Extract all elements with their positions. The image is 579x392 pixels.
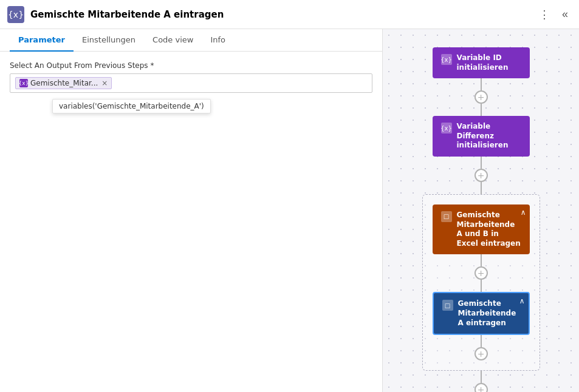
connector-5	[481, 254, 482, 266]
add-step-4-button[interactable]: +	[475, 347, 488, 360]
flow-container: {x} Variable IDinitialisieren + {x} Vari…	[422, 47, 540, 392]
tooltip-text: variables('Gemischte_Mitarbeitende_A')	[59, 102, 204, 110]
header-icon-label: {x}	[8, 10, 24, 19]
connector-4	[481, 182, 482, 194]
main-layout: Parameter Einstellungen Code view Info S…	[0, 29, 579, 392]
connector-1	[481, 78, 482, 90]
node-label-variable-differenz: Variable Differenzinitialisieren	[457, 122, 521, 150]
tag-item: {x} Gemischte_Mitar... ×	[15, 77, 112, 89]
variable-id-icon: {x}	[441, 54, 452, 65]
connector-7	[481, 335, 482, 347]
panel-content: Select An Output From Previous Steps * {…	[0, 52, 382, 392]
node-box-variable-id[interactable]: {x} Variable IDinitialisieren	[433, 47, 530, 78]
collapse-a-button[interactable]: ∧	[519, 297, 525, 305]
tab-info[interactable]: Info	[202, 29, 234, 52]
tag-remove-button[interactable]: ×	[101, 79, 108, 87]
collapse-ab-button[interactable]: ∧	[521, 208, 526, 217]
add-step-2-button[interactable]: +	[475, 169, 488, 182]
tooltip: variables('Gemischte_Mitarbeitende_A')	[52, 99, 211, 113]
tab-code-view[interactable]: Code view	[144, 29, 202, 52]
node-box-gemischte-ab[interactable]: □ Gemischte Mitarbeitende A und B in Exc…	[433, 204, 530, 254]
gemischte-ab-icon: □	[441, 211, 452, 222]
add-step-5-button[interactable]: +	[475, 383, 488, 392]
tag-input[interactable]: {x} Gemischte_Mitar... ×	[10, 73, 372, 93]
flow-node-variable-differenz: {x} Variable Differenzinitialisieren +	[433, 116, 530, 194]
node-label-variable-id: Variable IDinitialisieren	[457, 53, 521, 72]
flow-node-gemischte-a: □ Gemischte Mitarbeitende A eintragen ∧ …	[433, 292, 530, 360]
tag-text: Gemischte_Mitar...	[30, 79, 98, 87]
connector-3	[481, 157, 482, 169]
add-step-1-button[interactable]: +	[475, 90, 488, 104]
flow-canvas: {x} Variable IDinitialisieren + {x} Vari…	[383, 29, 579, 392]
node-label-gemischte-ab: Gemischte Mitarbeitende A und B in Excel…	[457, 211, 521, 248]
variable-differenz-icon: {x}	[441, 123, 452, 133]
gemischte-a-icon: □	[442, 300, 453, 311]
connector-6	[481, 280, 482, 292]
collapse-panel-button[interactable]: «	[558, 7, 572, 22]
tab-bar: Parameter Einstellungen Code view Info	[0, 29, 382, 52]
header: {x} Gemischte Mitarbeitende A eintragen …	[0, 0, 579, 29]
more-options-button[interactable]: ⋮	[535, 7, 553, 22]
connector-2	[481, 104, 482, 116]
node-box-gemischte-a[interactable]: □ Gemischte Mitarbeitende A eintragen ∧	[433, 292, 530, 335]
node-box-variable-differenz[interactable]: {x} Variable Differenzinitialisieren	[433, 116, 530, 157]
tab-einstellungen[interactable]: Einstellungen	[74, 29, 144, 52]
tag-variable-icon: {x}	[19, 79, 28, 87]
connector-8	[481, 371, 482, 383]
flow-node-gemischte-ab: □ Gemischte Mitarbeitende A und B in Exc…	[433, 204, 530, 292]
flow-node-variable-id: {x} Variable IDinitialisieren +	[433, 47, 530, 116]
header-actions: ⋮ «	[535, 7, 572, 22]
node-label-gemischte-a: Gemischte Mitarbeitende A eintragen	[458, 299, 520, 328]
left-panel: Parameter Einstellungen Code view Info S…	[0, 29, 383, 392]
header-title: Gemischte Mitarbeitende A eintragen	[30, 9, 529, 20]
add-step-3-button[interactable]: +	[475, 266, 488, 280]
header-icon: {x}	[7, 6, 24, 23]
field-label: Select An Output From Previous Steps *	[10, 61, 372, 70]
tab-parameter[interactable]: Parameter	[10, 29, 74, 52]
group-box: □ Gemischte Mitarbeitende A und B in Exc…	[422, 194, 540, 371]
